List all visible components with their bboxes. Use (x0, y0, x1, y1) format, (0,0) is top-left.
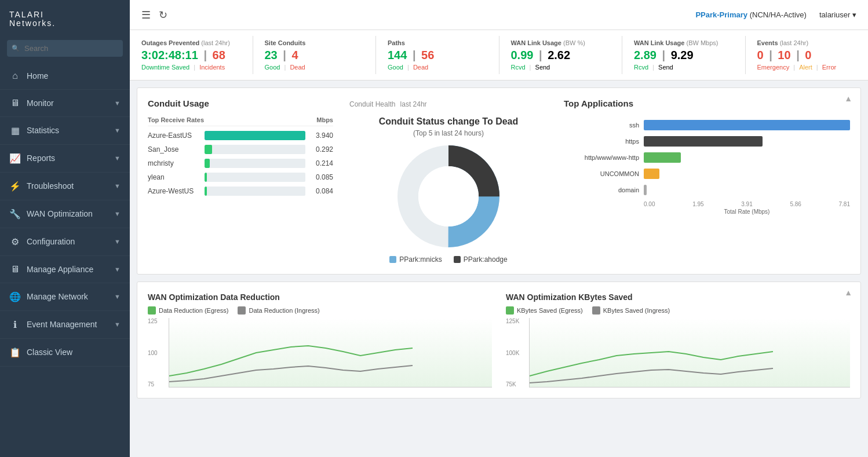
cu-val: 0.085 (310, 173, 333, 181)
stat-block-2: Paths 144 | 56 Good | Dead (376, 36, 499, 74)
app-label: UNCOMMON (564, 170, 639, 177)
content-area: ▲ Conduit Usage Top Receive Rates Mbps A… (130, 81, 868, 405)
stat-block-3: WAN Link Usage (BW %) 0.99 | 2.62 Rcvd |… (499, 36, 623, 74)
top-applications-panel: Top Applications ssh https http/www/www-… (564, 98, 850, 264)
search-wrapper (7, 40, 123, 57)
stat-sub-2: Good | Dead (388, 64, 487, 71)
app-bar (644, 136, 763, 147)
collapse-wan-button[interactable]: ▲ (844, 288, 852, 297)
app-bar (644, 152, 681, 163)
nav-label-wan-optimization: WAN Optimization (27, 209, 93, 218)
cu-row: ylean 0.085 (148, 173, 333, 182)
cu-bar (205, 173, 207, 182)
cu-bar-wrap (205, 173, 305, 182)
nav-arrow-reports: ▼ (114, 155, 121, 162)
nav-label-home: Home (27, 71, 48, 81)
nav-left-statistics: ▦ Statistics (9, 125, 59, 136)
wan-chart-area-2 (529, 318, 850, 387)
wan-legend-dot (148, 306, 156, 315)
legend-dot (389, 256, 396, 263)
sidebar-item-troubleshoot[interactable]: ⚡ Troubleshoot ▼ (0, 173, 130, 200)
user-menu[interactable]: talariuser ▾ (819, 10, 856, 19)
app-axis-tick: 3.91 (741, 201, 752, 207)
donut-sub: (Top 5 in last 24 hours) (413, 129, 484, 137)
app-label: http/www/www-http (564, 154, 639, 161)
hamburger-icon[interactable]: ☰ (141, 9, 151, 21)
wan-panel-2: WAN Optimization KBytes Saved KBytes Sav… (506, 293, 850, 387)
nav-left-troubleshoot: ⚡ Troubleshoot (9, 181, 74, 192)
app-axis-tick: 1.95 (692, 201, 703, 207)
panels-row: Conduit Usage Top Receive Rates Mbps Azu… (148, 98, 850, 264)
nav-arrow-monitor: ▼ (114, 100, 121, 107)
nav-icon-home: ⌂ (9, 71, 21, 81)
sidebar-item-classic-view[interactable]: 📋 Classic View (0, 339, 130, 367)
stat-block-1: Site Conduits 23 | 4 Good | Dead (253, 36, 377, 74)
conduit-health-center: Conduit Status change To Dead (Top 5 in … (347, 116, 550, 264)
device-name: PPark-Primary (NCN/HA-Active) (695, 10, 806, 19)
nav-icon-configuration: ⚙ (9, 236, 21, 247)
sidebar-item-configuration[interactable]: ⚙ Configuration ▼ (0, 228, 130, 256)
wan-legend-item: KBytes Saved (Ingress) (592, 306, 670, 315)
cu-col-label: Top Receive Rates (148, 116, 204, 123)
nav-label-statistics: Statistics (27, 126, 59, 135)
cu-label: Azure-WestUS (148, 187, 200, 195)
wan-legend-label: Data Reduction (Egress) (159, 307, 228, 314)
cu-row: Azure-EastUS 3.940 (148, 131, 333, 140)
dashboard-section: ▲ Conduit Usage Top Receive Rates Mbps A… (137, 87, 861, 275)
sidebar-item-home[interactable]: ⌂ Home (0, 63, 130, 90)
nav-label-classic-view: Classic View (27, 348, 72, 357)
svg-point-3 (418, 166, 479, 226)
nav-icon-manage-appliance: 🖥 (9, 264, 21, 275)
nav-icon-monitor: 🖥 (9, 98, 21, 108)
wan-chart-svg-2 (530, 318, 850, 387)
donut-chart (396, 144, 501, 248)
nav-label-configuration: Configuration (27, 237, 75, 246)
refresh-icon[interactable]: ↻ (159, 9, 167, 21)
search-input[interactable] (7, 40, 123, 57)
top-applications-title: Top Applications (564, 98, 850, 108)
sidebar-item-monitor[interactable]: 🖥 Monitor ▼ (0, 90, 130, 117)
wan-chart-svg-1 (169, 318, 492, 387)
nav-icon-event-management: ℹ (9, 319, 21, 330)
cu-label: San_Jose (148, 145, 200, 153)
cu-val: 0.084 (310, 187, 333, 195)
sidebar-item-event-management[interactable]: ℹ Event Management ▼ (0, 311, 130, 339)
nav-arrow-event-management: ▼ (114, 321, 121, 328)
sidebar-item-manage-appliance[interactable]: 🖥 Manage Appliance ▼ (0, 256, 130, 283)
app-axis-tick: 0.00 (644, 201, 655, 207)
sidebar-item-statistics[interactable]: ▦ Statistics ▼ (0, 117, 130, 145)
nav-icon-wan-optimization: 🔧 (9, 209, 21, 220)
app-label: domain (564, 187, 639, 193)
sidebar-item-manage-network[interactable]: 🌐 Manage Network ▼ (0, 283, 130, 311)
cu-rows: Azure-EastUS 3.940 San_Jose 0.292 mchris… (148, 131, 333, 196)
stat-value-5: 0 | 10 | 0 (757, 49, 857, 62)
conduit-usage-title: Conduit Usage (148, 98, 333, 108)
nav-icon-classic-view: 📋 (9, 347, 21, 358)
topbar: ☰ ↻ PPark-Primary (NCN/HA-Active) talari… (130, 0, 868, 30)
nav-icon-reports: 📈 (9, 153, 21, 164)
collapse-dashboard-button[interactable]: ▲ (844, 94, 852, 103)
nav-arrow-statistics: ▼ (114, 127, 121, 134)
nav-arrow-manage-appliance: ▼ (114, 266, 121, 273)
nav-menu: ⌂ Home 🖥 Monitor ▼ ▦ Statistics ▼ 📈 Repo… (0, 63, 130, 367)
sidebar-item-wan-optimization[interactable]: 🔧 WAN Optimization ▼ (0, 200, 130, 228)
stat-sub-0: Downtime Saved | Incidents (141, 64, 241, 71)
app-label: ssh (564, 122, 639, 129)
wan-legend-label: KBytes Saved (Ingress) (603, 307, 670, 314)
sidebar-item-reports[interactable]: 📈 Reports ▼ (0, 145, 130, 173)
app-bar-wrap (644, 136, 850, 147)
nav-label-monitor: Monitor (27, 98, 54, 108)
wan-legend-label: Data Reduction (Ingress) (249, 307, 319, 314)
cu-bar (205, 131, 305, 140)
legend-item: PPark:mnicks (389, 255, 442, 264)
stat-block-0: Outages Prevented (last 24hr) 3:02:48:11… (130, 36, 253, 74)
wan-chart-1-wrapper: 125 100 75 (148, 318, 492, 387)
logo: TALARI Networks. (0, 0, 130, 36)
nav-arrow-configuration: ▼ (114, 238, 121, 245)
app-row: ssh (564, 120, 850, 130)
wan-legend-item: Data Reduction (Ingress) (238, 306, 319, 315)
cu-bar (205, 145, 212, 154)
nav-icon-manage-network: 🌐 (9, 291, 21, 302)
nav-label-troubleshoot: Troubleshoot (27, 181, 74, 191)
app-bar (644, 169, 659, 179)
